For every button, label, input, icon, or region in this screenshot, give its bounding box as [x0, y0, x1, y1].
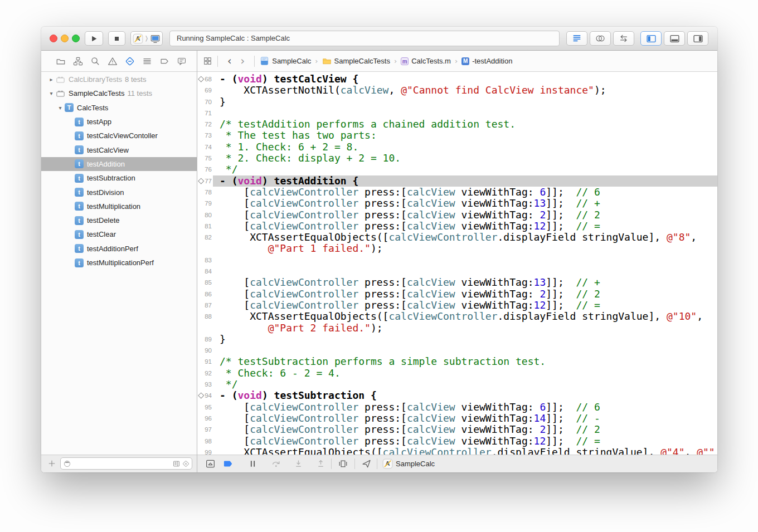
code-line-89[interactable]: 89}: [197, 334, 717, 345]
code-line-83[interactable]: 83: [197, 255, 717, 266]
debug-navigator-tab[interactable]: [142, 56, 152, 66]
code-line-69[interactable]: 69 XCTAssertNotNil(calcView, @"Cannot fi…: [197, 85, 717, 96]
step-into-button[interactable]: [293, 458, 304, 469]
report-navigator-tab[interactable]: [177, 56, 187, 66]
code-line-77[interactable]: 77- (void) testAddition {: [197, 175, 717, 187]
code-line-81[interactable]: 81 [calcViewController press:[calcView v…: [197, 221, 717, 232]
running-app-label: SampleCalc: [396, 455, 435, 472]
code-line-78[interactable]: 78 [calcViewController press:[calcView v…: [197, 187, 717, 198]
code-line-99[interactable]: 99 XCTAssertEqualObjects([calcViewContro…: [197, 447, 717, 455]
pause-button[interactable]: [247, 458, 258, 469]
code-line-wrap[interactable]: @"Part 2 failed.");: [197, 323, 717, 334]
code-line-68[interactable]: 68- (void) testCalcView {: [197, 74, 717, 85]
find-navigator-tab[interactable]: [90, 56, 100, 66]
test-list-item-testCalcViewContoller[interactable]: ttestCalcViewContoller: [41, 129, 197, 143]
test-list-item-testDivision[interactable]: ttestDivision: [41, 185, 197, 199]
test-list-item-testAddition[interactable]: ttestAddition: [41, 157, 197, 171]
test-list-item-testApp[interactable]: ttestApp: [41, 115, 197, 129]
disclosure-closed-icon[interactable]: ▸: [47, 76, 56, 82]
step-over-button[interactable]: [271, 458, 281, 469]
failed-tests-filter-icon[interactable]: [182, 460, 190, 468]
zoom-window-button[interactable]: [72, 35, 80, 42]
code-line-94[interactable]: 94- (void) testSubtraction {: [197, 390, 717, 401]
stop-button[interactable]: [108, 31, 125, 46]
symbol-navigator-tab[interactable]: [73, 56, 83, 66]
breadcrumb-samplecalc[interactable]: SampleCalc: [260, 56, 311, 66]
code-line-75[interactable]: 75 * 2. Check: display + 2 = 10.: [197, 153, 717, 164]
test-method-icon: t: [75, 159, 84, 168]
related-items-icon[interactable]: [203, 56, 212, 66]
chevron-back-icon[interactable]: ‹: [227, 56, 232, 66]
test-list-item-testMultiplicationPerf[interactable]: ttestMultiplicationPerf: [41, 256, 197, 270]
simulate-location-button[interactable]: [361, 458, 372, 469]
code-line-84[interactable]: 84: [197, 266, 717, 277]
toggle-navigator-button[interactable]: [640, 31, 662, 46]
standard-editor-button[interactable]: [566, 31, 587, 46]
navigator-filter-bar: [41, 455, 197, 472]
code-line-95[interactable]: 95 [calcViewController press:[calcView v…: [197, 402, 717, 413]
breakpoint-navigator-tab[interactable]: [159, 56, 169, 66]
test-list-item-testCalcView[interactable]: ttestCalcView: [41, 143, 197, 157]
toggle-debug-area-button[interactable]: [664, 31, 685, 46]
disclosure-open-icon[interactable]: ▾: [56, 105, 65, 111]
disclosure-open-icon[interactable]: ▾: [47, 90, 56, 96]
toggle-inspector-button[interactable]: [687, 31, 708, 46]
step-out-button[interactable]: [315, 458, 326, 469]
test-method-icon: t: [75, 202, 84, 211]
code-line-79[interactable]: 79 [calcViewController press:[calcView v…: [197, 198, 717, 209]
scheme-selector[interactable]: A 〉: [130, 31, 163, 46]
code-line-86[interactable]: 86 [calcViewController press:[calcView v…: [197, 289, 717, 300]
code-line-96[interactable]: 96 [calcViewController press:[calcView v…: [197, 413, 717, 424]
code-line-91[interactable]: 91/* testSubtraction performs a simple s…: [197, 356, 717, 367]
minimize-window-button[interactable]: [61, 35, 69, 42]
test-list-item-testAdditionPerf[interactable]: ttestAdditionPerf: [41, 242, 197, 256]
breakpoints-enabled-button[interactable]: [223, 458, 234, 469]
code-line-74[interactable]: 74 * 1. Check: 6 + 2 = 8.: [197, 141, 717, 153]
code-line-88[interactable]: 88 XCTAssertEqualObjects([calcViewContro…: [197, 311, 717, 322]
issue-navigator-tab[interactable]: [108, 56, 118, 66]
source-editor[interactable]: 68- (void) testCalcView {69 XCTAssertNot…: [197, 72, 717, 455]
code-line-71[interactable]: 71: [197, 108, 717, 119]
breadcrumb-calctestsm[interactable]: mCalcTests.m: [401, 57, 451, 65]
test-list-item-CalcLibraryTests[interactable]: ▸CalcLibraryTests8 tests: [41, 72, 197, 86]
code-line-76[interactable]: 76 */: [197, 164, 717, 175]
test-list-item-testMultiplication[interactable]: ttestMultiplication: [41, 199, 197, 213]
debug-view-hierarchy-button[interactable]: [338, 458, 348, 469]
filter-scope-icon[interactable]: [63, 460, 71, 468]
code-line-98[interactable]: 98 [calcViewController press:[calcView v…: [197, 436, 717, 447]
code-line-72[interactable]: 72/* testAddition performs a chained add…: [197, 119, 717, 130]
xcode-window: A 〉 Running SampleCalc : SampleCalc ▸Cal…: [41, 27, 717, 472]
test-list-item-testClear[interactable]: ttestClear: [41, 227, 197, 241]
recent-tests-filter-icon[interactable]: [172, 460, 181, 468]
hide-debug-area-button[interactable]: [205, 458, 216, 469]
assistant-editor-button[interactable]: [590, 31, 611, 46]
code-line-92[interactable]: 92 * Check: 6 - 2 = 4.: [197, 368, 717, 379]
version-editor-button[interactable]: [613, 31, 634, 46]
breadcrumb-testaddition[interactable]: M-testAddition: [461, 57, 512, 65]
code-line-82[interactable]: 82 XCTAssertEqualObjects([calcViewContro…: [197, 232, 717, 243]
test-list-item-CalcTests[interactable]: ▾TCalcTests: [41, 101, 197, 115]
code-line-93[interactable]: 93 */: [197, 379, 717, 390]
code-line-80[interactable]: 80 [calcViewController press:[calcView v…: [197, 209, 717, 221]
test-list-item-testDelete[interactable]: ttestDelete: [41, 213, 197, 227]
code-line-73[interactable]: 73 * The test has two parts:: [197, 130, 717, 141]
code-line-wrap[interactable]: @"Part 1 failed.");: [197, 243, 717, 254]
test-navigator-tab[interactable]: [125, 56, 135, 66]
code-line-90[interactable]: 90: [197, 345, 717, 356]
code-line-85[interactable]: 85 [calcViewController press:[calcView v…: [197, 277, 717, 288]
filter-field[interactable]: [60, 457, 192, 470]
run-button[interactable]: [85, 31, 103, 46]
close-window-button[interactable]: [50, 35, 57, 42]
test-method-icon: t: [75, 131, 84, 140]
project-navigator-tab[interactable]: [56, 56, 66, 66]
toolbar: A 〉 Running SampleCalc : SampleCalc: [41, 27, 717, 51]
code-line-70[interactable]: 70}: [197, 96, 717, 108]
add-button[interactable]: [47, 459, 56, 468]
test-list-item-SampleCalcTests[interactable]: ▾SampleCalcTests11 tests: [41, 86, 197, 100]
code-line-97[interactable]: 97 [calcViewController press:[calcView v…: [197, 424, 717, 435]
code-line-87[interactable]: 87 [calcViewController press:[calcView v…: [197, 300, 717, 311]
breadcrumb-samplecalctests[interactable]: SampleCalcTests: [322, 56, 390, 66]
test-item-label: testApp: [87, 118, 111, 126]
test-list-item-testSubtraction[interactable]: ttestSubtraction: [41, 171, 197, 185]
chevron-forward-icon[interactable]: ›: [241, 56, 245, 66]
